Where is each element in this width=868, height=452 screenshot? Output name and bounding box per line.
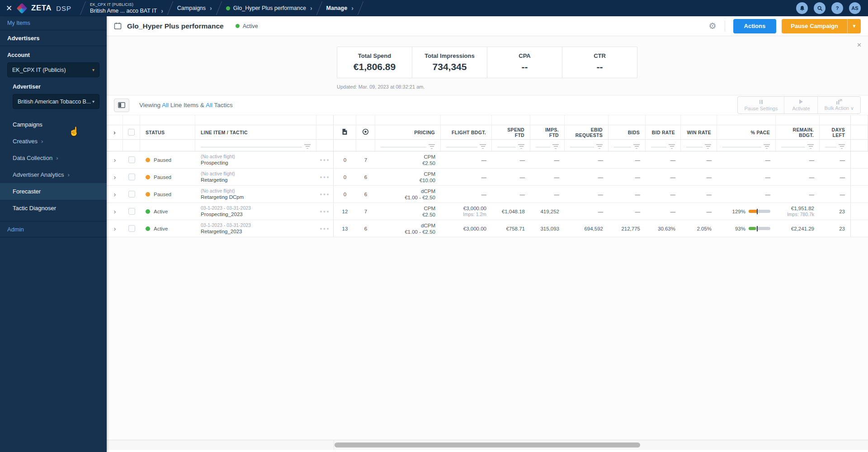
notifications-button[interactable] [796, 2, 808, 14]
column-header-lineitem[interactable]: LINE ITEM / TACTIC [201, 130, 248, 135]
help-button[interactable]: ? [831, 2, 843, 14]
filter-input[interactable] [536, 147, 550, 147]
filter-icon[interactable] [669, 144, 675, 149]
line-item-name[interactable]: Retargeting_2023 [201, 228, 242, 235]
line-item-name[interactable]: Retargeting [201, 177, 227, 183]
pause-campaign-dropdown[interactable]: ▼ [847, 19, 861, 33]
filter-input[interactable] [570, 147, 594, 147]
expand-all-icon[interactable]: › [113, 130, 116, 135]
advertiser-select[interactable]: British American Tobacco B... ▾ [13, 94, 99, 109]
line-item-name[interactable]: Prospecting [201, 160, 228, 166]
row-checkbox[interactable] [128, 174, 135, 180]
sidebar-item-tactic-diagnoser[interactable]: Tactic Diagnoser [0, 200, 107, 217]
gear-icon[interactable]: ⚙ [709, 21, 717, 31]
expand-row-icon[interactable]: › [114, 190, 116, 198]
sidebar-item-advertisers[interactable]: Advertisers [0, 30, 107, 46]
brand-logo[interactable]: ZETA DSP [18, 4, 71, 13]
column-header-winrate[interactable]: WIN RATE [687, 130, 711, 135]
breadcrumb-item[interactable]: Campaigns› [177, 5, 212, 12]
column-settings-button[interactable] [114, 99, 129, 112]
filter-icon[interactable] [552, 144, 559, 149]
filter-icon[interactable] [518, 144, 524, 149]
column-header-flight[interactable]: FLIGHT BDGT. [452, 130, 486, 135]
table-row[interactable]: ›Paused(No active flight)Prospecting●●●0… [107, 151, 868, 169]
filter-input[interactable] [781, 147, 805, 147]
filter-input[interactable] [614, 147, 631, 147]
row-actions-menu-icon[interactable]: ●●● [320, 175, 330, 179]
breadcrumb-item[interactable]: Glo_Hyper Plus performance› [226, 5, 312, 12]
column-header-pricing[interactable]: PRICING [414, 130, 435, 135]
column-header-bids[interactable]: BIDS [628, 130, 640, 135]
bulk-action-button[interactable]: Bulk Action ∨ [817, 97, 860, 113]
tactics-count: 7 [364, 209, 367, 214]
column-header-remain[interactable]: REMAIN. BDGT. [793, 127, 814, 138]
column-header-imps[interactable]: IMPS. FTD [536, 127, 559, 138]
line-item-name[interactable]: Retargeting DCpm [201, 194, 244, 200]
close-icon[interactable]: ✕ [0, 4, 18, 13]
sidebar-item-data-collection[interactable]: Data Collection› [0, 150, 107, 166]
row-checkbox[interactable] [128, 156, 135, 163]
column-header-spend[interactable]: SPEND FTD [507, 127, 524, 138]
cell-tactics: 7 [356, 151, 375, 168]
filter-input[interactable] [381, 147, 426, 147]
sidebar-item-my-items[interactable]: My Items [0, 16, 107, 30]
filter-input[interactable] [201, 147, 302, 147]
search-button[interactable] [814, 2, 826, 14]
filter-icon[interactable] [429, 144, 435, 149]
table-row[interactable]: ›Paused(No active flight)Retargeting DCp… [107, 186, 868, 203]
column-header-ebid[interactable]: EBID REQUESTS [576, 127, 603, 138]
select-all-checkbox[interactable] [128, 129, 135, 136]
account-select[interactable]: EK_CPX IT (Publicis) ▾ [7, 62, 99, 77]
all-line-items-link[interactable]: All [162, 102, 169, 108]
actions-button[interactable]: Actions [733, 19, 777, 33]
line-item-flight-note: (No active flight) [201, 188, 235, 194]
table-row[interactable]: ›Active03-1-2023 - 03-31-2023Prospecting… [107, 203, 868, 220]
breadcrumb-item[interactable]: Manage› [326, 5, 354, 12]
row-actions-menu-icon[interactable]: ●●● [320, 192, 330, 197]
pause-campaign-button[interactable]: Pause Campaign [782, 19, 847, 33]
breadcrumb-item[interactable]: EK_CPX IT (PUBLICIS)British Ame ... acco… [90, 2, 163, 14]
filter-input[interactable] [497, 147, 516, 147]
activate-button[interactable]: Activate [784, 97, 817, 113]
filter-icon[interactable] [764, 144, 770, 149]
filter-icon[interactable] [304, 144, 311, 149]
column-header-bidrate[interactable]: BID RATE [652, 130, 675, 135]
sidebar-item-advertiser-analytics[interactable]: Advertiser Analytics› [0, 166, 107, 183]
all-tactics-link[interactable]: All [206, 102, 212, 108]
expand-row-icon[interactable]: › [114, 173, 116, 181]
row-actions-menu-icon[interactable]: ●●● [320, 158, 330, 162]
filter-input[interactable] [446, 147, 477, 147]
filter-icon[interactable] [633, 144, 640, 149]
expand-row-icon[interactable]: › [114, 207, 116, 215]
table-row[interactable]: ›Paused(No active flight)Retargeting●●●0… [107, 169, 868, 186]
filter-icon[interactable] [596, 144, 603, 149]
row-actions-menu-icon[interactable]: ●●● [320, 209, 330, 214]
avatar[interactable]: AS [849, 2, 861, 14]
row-actions-menu-icon[interactable]: ●●● [320, 226, 330, 231]
row-checkbox[interactable] [128, 208, 135, 215]
column-header-status[interactable]: STATUS [146, 130, 165, 135]
filter-icon[interactable] [705, 144, 711, 149]
filter-input[interactable] [651, 147, 666, 147]
filter-input[interactable] [686, 147, 703, 147]
close-summary-icon[interactable]: ✕ [857, 42, 862, 48]
filter-input[interactable] [825, 147, 836, 147]
line-item-name[interactable]: Prospecting_2023 [201, 211, 243, 217]
sidebar-item-admin[interactable]: Admin [0, 221, 107, 237]
expand-row-icon[interactable]: › [114, 225, 116, 232]
scrollbar-thumb[interactable] [335, 443, 640, 447]
column-header-pace[interactable]: % PACE [751, 130, 770, 135]
filter-icon[interactable] [480, 144, 486, 149]
filter-icon[interactable] [807, 144, 814, 149]
sidebar-item-forecaster[interactable]: Forecaster [0, 183, 107, 200]
row-checkbox[interactable] [128, 191, 135, 198]
table-row[interactable]: ›Active03-1-2023 - 03-31-2023Retargeting… [107, 220, 868, 237]
expand-row-icon[interactable]: › [114, 156, 116, 164]
sidebar-item-creatives[interactable]: Creatives› [0, 133, 107, 150]
filter-icon[interactable] [839, 144, 845, 149]
row-checkbox[interactable] [128, 225, 135, 232]
pause-settings-button[interactable]: Pause Settings [738, 97, 784, 113]
filter-input[interactable] [722, 147, 761, 147]
sidebar-item-campaigns[interactable]: Campaigns [0, 116, 107, 133]
column-header-days[interactable]: DAYS LEFT [832, 127, 845, 138]
